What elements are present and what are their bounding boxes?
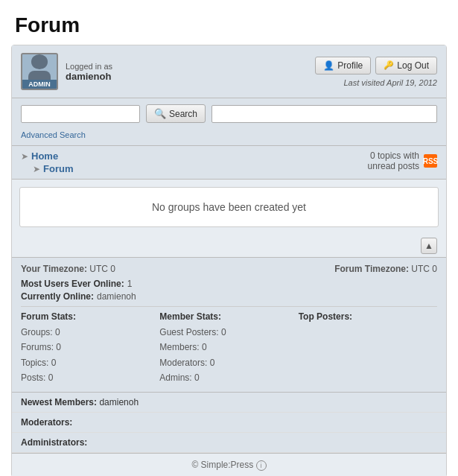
page-title: Forum — [0, 0, 458, 45]
unread-text: 0 topics with unread posts — [368, 150, 419, 171]
newest-members-label: Newest Members: — [21, 397, 97, 407]
magnifier-icon: 🔍 — [154, 108, 166, 119]
btn-row: 👤 Profile 🔑 Log Out — [315, 57, 437, 74]
logout-btn-label: Log Out — [397, 60, 429, 71]
profile-button[interactable]: 👤 Profile — [315, 57, 371, 74]
up-arrow-button[interactable]: ▲ — [421, 238, 437, 254]
arrow-icon-forum: ➤ — [33, 164, 40, 174]
inline-stat-most-users: Most Users Ever Online: 1 — [21, 279, 437, 289]
forum-container: ADMIN Logged in as damienoh 👤 Profile 🔑 … — [11, 45, 447, 476]
rss-icon: RSS — [424, 154, 437, 168]
user-info: Logged in as damienoh — [66, 62, 308, 82]
forum-stat-topics: Topics: 0 — [21, 355, 159, 370]
administrators-label: Administrators: — [21, 437, 87, 448]
profile-btn-label: Profile — [337, 60, 363, 71]
avatar-body — [28, 71, 51, 80]
member-stat-mods: Moderators: 0 — [159, 355, 298, 370]
newest-members-row: Newest Members: damienoh — [12, 393, 446, 413]
info-rows: Newest Members: damienoh Moderators: Adm… — [12, 392, 446, 453]
forum-link[interactable]: Forum — [43, 163, 73, 174]
most-users-value: 1 — [127, 279, 133, 289]
forum-stats-col: Forum Stats: Groups: 0 Forums: 0 Topics:… — [21, 311, 159, 386]
search-input-left[interactable] — [21, 105, 140, 123]
member-stat-guest: Guest Posters: 0 — [159, 325, 298, 340]
member-stat-admins: Admins: 0 — [159, 370, 298, 385]
forum-timezone-label: Forum Timezone: — [334, 264, 409, 274]
stats-section: Your Timezone: UTC 0 Forum Timezone: UTC… — [12, 257, 446, 392]
forum-footer: © Simple:Press i — [12, 453, 446, 476]
arrow-icon-home: ➤ — [21, 151, 28, 162]
timezone-row: Your Timezone: UTC 0 Forum Timezone: UTC… — [21, 264, 437, 274]
forum-timezone-value: UTC 0 — [411, 264, 437, 274]
forum-stat-forums: Forums: 0 — [21, 340, 159, 355]
username-display: damienoh — [66, 71, 308, 82]
user-actions: 👤 Profile 🔑 Log Out Last visited April 1… — [315, 57, 437, 87]
no-groups-message: No groups have been created yet — [19, 187, 439, 227]
up-arrow-row: ▲ — [12, 235, 446, 257]
forum-stat-posts: Posts: 0 — [21, 370, 159, 385]
advanced-search-link-row: Advanced Search — [21, 129, 437, 139]
moderators-label: Moderators: — [21, 417, 72, 428]
moderators-row: Moderators: — [12, 413, 446, 433]
last-visited: Last visited April 19, 2012 — [343, 78, 437, 87]
user-bar: ADMIN Logged in as damienoh 👤 Profile 🔑 … — [12, 45, 446, 98]
avatar-person — [31, 54, 48, 69]
breadcrumb-home: ➤ Home — [21, 150, 73, 162]
most-users-label: Most Users Ever Online: — [21, 279, 124, 289]
unread-posts: 0 topics with unread posts RSS — [368, 150, 437, 171]
info-circle-icon[interactable]: i — [256, 460, 267, 471]
breadcrumb: ➤ Home ➤ Forum — [21, 150, 73, 174]
avatar: ADMIN — [21, 53, 58, 90]
forum-stat-groups: Groups: 0 — [21, 325, 159, 340]
your-timezone-value: UTC 0 — [89, 264, 115, 274]
breadcrumb-bar: ➤ Home ➤ Forum 0 topics with unread post… — [12, 146, 446, 180]
top-posters-col: Top Posters: — [299, 311, 437, 386]
search-input-right[interactable] — [211, 105, 437, 123]
top-posters-heading: Top Posters: — [299, 311, 437, 322]
copyright-text: © Simple:Press — [191, 460, 253, 470]
breadcrumb-forum: ➤ Forum — [21, 163, 73, 174]
logout-button[interactable]: 🔑 Log Out — [375, 57, 437, 74]
forum-stats-heading: Forum Stats: — [21, 311, 159, 322]
currently-online-value: damienoh — [97, 291, 136, 302]
advanced-search-link[interactable]: Advanced Search — [21, 130, 86, 139]
inline-stat-currently-online: Currently Online: damienoh — [21, 291, 437, 302]
search-bar: 🔍 Search Advanced Search — [12, 98, 446, 146]
home-link[interactable]: Home — [31, 150, 58, 162]
search-button[interactable]: 🔍 Search — [146, 104, 206, 123]
logged-in-as-label: Logged in as — [66, 62, 308, 71]
person-icon: 👤 — [323, 60, 334, 71]
search-btn-label: Search — [169, 109, 197, 119]
member-stats-heading: Member Stats: — [159, 311, 298, 322]
member-stat-members: Members: 0 — [159, 340, 298, 355]
key-icon: 🔑 — [384, 60, 394, 70]
administrators-row: Administrators: — [12, 433, 446, 453]
member-stats-col: Member Stats: Guest Posters: 0 Members: … — [159, 311, 298, 386]
currently-online-label: Currently Online: — [21, 291, 94, 302]
your-timezone-label: Your Timezone: — [21, 264, 87, 274]
avatar-label-text: ADMIN — [22, 80, 57, 89]
stats-grid: Forum Stats: Groups: 0 Forums: 0 Topics:… — [21, 306, 437, 386]
forum-timezone: Forum Timezone: UTC 0 — [334, 264, 437, 274]
your-timezone: Your Timezone: UTC 0 — [21, 264, 115, 274]
